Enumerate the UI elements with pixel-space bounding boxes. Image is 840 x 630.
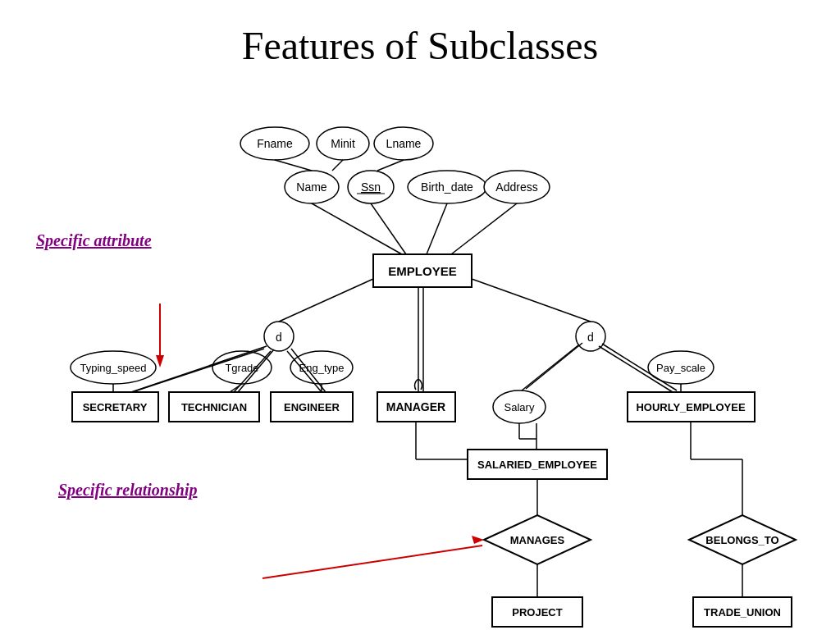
svg-text:PROJECT: PROJECT bbox=[512, 606, 562, 619]
svg-line-20 bbox=[427, 203, 447, 254]
svg-text:EMPLOYEE: EMPLOYEE bbox=[388, 264, 456, 278]
svg-line-31 bbox=[472, 279, 591, 322]
svg-text:SECRETARY: SECRETARY bbox=[83, 401, 148, 413]
svg-text:Salary: Salary bbox=[504, 401, 535, 413]
svg-line-59 bbox=[522, 345, 579, 390]
svg-text:HOURLY_EMPLOYEE: HOURLY_EMPLOYEE bbox=[636, 401, 745, 413]
svg-text:d: d bbox=[276, 331, 282, 344]
svg-line-45 bbox=[230, 384, 242, 392]
svg-text:Fname: Fname bbox=[257, 137, 293, 150]
diagram-container: Specific attribute Specific relationship… bbox=[0, 82, 840, 630]
svg-text:Typing_speed: Typing_speed bbox=[80, 362, 147, 374]
svg-marker-90 bbox=[472, 536, 484, 544]
svg-text:SALARIED_EMPLOYEE: SALARIED_EMPLOYEE bbox=[477, 459, 597, 471]
svg-line-17 bbox=[377, 160, 404, 171]
svg-text:BELONGS_TO: BELONGS_TO bbox=[705, 534, 778, 546]
svg-text:Minit: Minit bbox=[331, 137, 355, 150]
svg-text:MANAGES: MANAGES bbox=[510, 534, 565, 546]
svg-line-60 bbox=[526, 343, 582, 389]
svg-line-89 bbox=[262, 546, 482, 578]
svg-line-21 bbox=[451, 203, 517, 254]
svg-text:Address: Address bbox=[495, 180, 537, 194]
svg-line-28 bbox=[279, 279, 373, 322]
svg-text:TECHNICIAN: TECHNICIAN bbox=[181, 401, 247, 413]
svg-text:ENGINEER: ENGINEER bbox=[284, 401, 340, 413]
page-title: Features of Subclasses bbox=[0, 0, 840, 76]
svg-text:d: d bbox=[587, 331, 594, 344]
svg-text:TRADE_UNION: TRADE_UNION bbox=[704, 606, 781, 619]
svg-text:Tgrade: Tgrade bbox=[225, 362, 258, 374]
svg-text:Name: Name bbox=[296, 180, 327, 194]
svg-text:Ssn: Ssn bbox=[361, 180, 381, 194]
svg-text:MANAGER: MANAGER bbox=[386, 400, 445, 413]
svg-text:Lname: Lname bbox=[386, 137, 422, 150]
svg-text:Pay_scale: Pay_scale bbox=[656, 362, 705, 374]
svg-marker-88 bbox=[156, 355, 164, 368]
svg-text:Birth_date: Birth_date bbox=[421, 180, 473, 194]
svg-line-15 bbox=[275, 160, 312, 171]
svg-line-16 bbox=[332, 160, 343, 171]
er-diagram: Fname Minit Lname Name Ssn Birth_date Ad… bbox=[0, 82, 840, 630]
